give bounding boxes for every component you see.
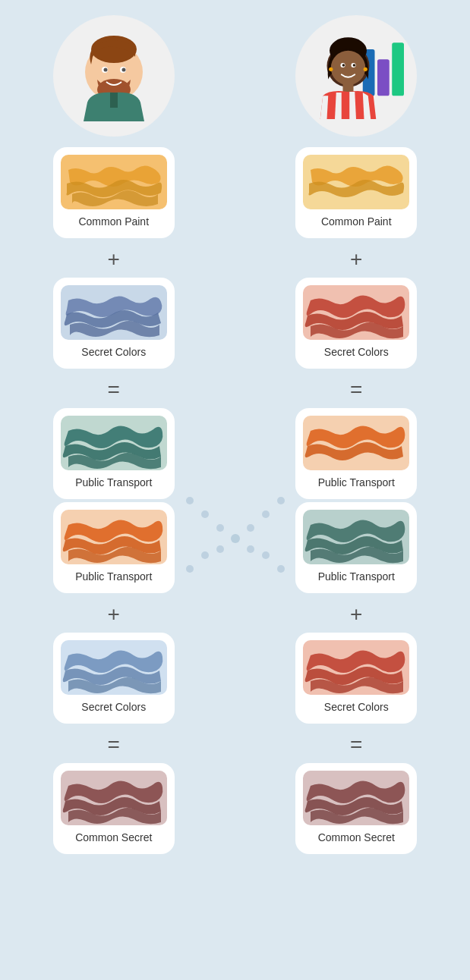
left-swatch-4 — [61, 510, 167, 564]
left-card-3: Public Transport — [53, 408, 175, 499]
svg-point-38 — [329, 68, 333, 71]
left-avatar — [53, 15, 175, 137]
right-label-6: Common Secret — [318, 831, 395, 847]
left-operator-1: + — [108, 247, 120, 272]
svg-rect-28 — [377, 59, 390, 96]
right-swatch-1 — [303, 155, 409, 209]
left-column: Common Paint + Secret Colors = — [8, 15, 220, 965]
left-swatch-5 — [61, 640, 167, 695]
right-card-2: Secret Colors — [295, 278, 417, 369]
left-card-1: Common Paint — [53, 147, 175, 238]
svg-point-32 — [331, 51, 366, 86]
left-swatch-1 — [61, 155, 167, 209]
left-label-3: Public Transport — [75, 476, 152, 492]
left-label-2: Secret Colors — [81, 346, 146, 361]
male-avatar-svg — [68, 30, 159, 121]
right-swatch-3 — [303, 416, 409, 470]
right-card-1: Common Paint — [295, 147, 417, 238]
left-card-2: Secret Colors — [53, 278, 175, 369]
left-card-4: Public Transport — [53, 502, 175, 593]
main-container: Common Paint + Secret Colors = — [8, 15, 462, 965]
right-swatch-6 — [303, 771, 409, 825]
right-operator-1: + — [350, 247, 362, 272]
left-swatch-2 — [61, 285, 167, 340]
right-label-3: Public Transport — [318, 476, 395, 492]
left-operator-4: = — [108, 733, 120, 757]
svg-point-5 — [103, 68, 107, 72]
svg-rect-29 — [393, 42, 405, 96]
left-swatch-6 — [61, 771, 167, 825]
right-operator-3: + — [350, 602, 362, 627]
right-swatch-5 — [303, 640, 409, 695]
svg-rect-7 — [110, 93, 118, 108]
right-card-5: Secret Colors — [295, 633, 417, 724]
left-card-6: Common Secret — [53, 763, 175, 854]
female-avatar-svg — [303, 23, 409, 129]
right-operator-2: = — [350, 378, 362, 402]
left-label-5: Secret Colors — [81, 701, 146, 716]
svg-point-39 — [364, 68, 367, 71]
left-operator-3: + — [108, 602, 120, 627]
svg-point-17 — [231, 534, 240, 543]
right-card-6: Common Secret — [295, 763, 417, 854]
right-avatar — [295, 15, 417, 137]
right-label-4: Public Transport — [318, 570, 395, 586]
right-column: Common Paint + Secret Colors = — [251, 15, 463, 965]
left-operator-2: = — [108, 378, 120, 402]
right-swatch-4 — [303, 510, 409, 564]
left-card-5: Secret Colors — [53, 633, 175, 724]
left-swatch-3 — [61, 416, 167, 470]
right-label-5: Secret Colors — [324, 701, 389, 716]
right-label-2: Secret Colors — [324, 346, 389, 361]
left-label-6: Common Secret — [75, 831, 152, 847]
right-card-3: Public Transport — [295, 408, 417, 499]
right-label-1: Common Paint — [321, 215, 392, 231]
right-operator-4: = — [350, 733, 362, 757]
svg-point-6 — [121, 68, 125, 72]
left-label-4: Public Transport — [75, 570, 152, 586]
svg-point-37 — [353, 64, 356, 67]
right-swatch-2 — [303, 285, 409, 340]
left-label-1: Common Paint — [78, 215, 149, 231]
svg-point-36 — [342, 64, 345, 67]
right-card-4: Public Transport — [295, 502, 417, 593]
